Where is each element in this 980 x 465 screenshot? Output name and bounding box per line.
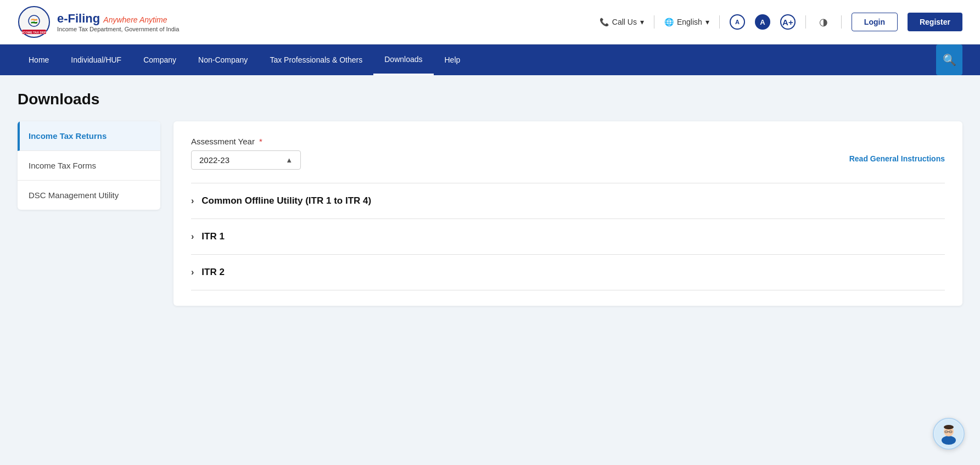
nav-item-downloads[interactable]: Downloads — [373, 45, 433, 75]
dropdown-arrow-icon: ▲ — [285, 156, 293, 164]
nav-items-container: Home Individual/HUF Company Non-Company … — [18, 45, 936, 75]
nav-item-help[interactable]: Help — [434, 46, 472, 74]
nav-search-button[interactable]: 🔍 — [936, 44, 962, 75]
assessment-year-block: Assessment Year * 2022-23 ▲ — [191, 137, 301, 170]
nav-item-non-company[interactable]: Non-Company — [187, 46, 259, 74]
accordion-label-0: Common Offline Utility (ITR 1 to ITR 4) — [201, 195, 371, 206]
phone-icon: 📞 — [600, 18, 609, 26]
font-large-button[interactable]: A+ — [780, 14, 796, 30]
chevron-icon-1: › — [191, 232, 194, 242]
sidebar: Income Tax Returns Income Tax Forms DSC … — [18, 121, 160, 210]
svg-text:INCOME TAX DEPT: INCOME TAX DEPT — [20, 31, 48, 34]
register-button[interactable]: Register — [908, 13, 962, 31]
nav-item-company[interactable]: Company — [132, 46, 187, 74]
site-header: 🇮🇳 INCOME TAX DEPT e-Filing Anywhere Any… — [0, 0, 980, 44]
assessment-year-row: Assessment Year * 2022-23 ▲ Read General… — [191, 137, 945, 170]
language-chevron: ▾ — [705, 18, 709, 26]
call-us-chevron: ▾ — [640, 18, 644, 26]
search-icon: 🔍 — [943, 53, 956, 66]
chevron-icon-2: › — [191, 267, 194, 277]
svg-text:🇮🇳: 🇮🇳 — [31, 18, 38, 25]
logo-text-block: e-Filing Anywhere Anytime Income Tax Dep… — [57, 12, 179, 32]
content-panel: Assessment Year * 2022-23 ▲ Read General… — [173, 121, 962, 306]
contrast-toggle-button[interactable]: ◑ — [816, 14, 831, 30]
sidebar-item-label: Income Tax Returns — [29, 131, 107, 141]
tagline: Anywhere Anytime — [103, 15, 167, 24]
assessment-year-label: Assessment Year * — [191, 137, 301, 146]
sidebar-item-dsc[interactable]: DSC Management Utility — [18, 181, 160, 210]
chevron-icon-0: › — [191, 196, 194, 206]
accordion-label-2: ITR 2 — [201, 267, 225, 278]
nav-item-home[interactable]: Home — [18, 46, 60, 74]
font-small-button[interactable]: A — [730, 14, 745, 30]
call-us-label: Call Us — [612, 18, 637, 26]
nav-item-individual[interactable]: Individual/HUF — [60, 46, 132, 74]
divider-3 — [805, 15, 806, 29]
divider-4 — [841, 15, 842, 29]
font-medium-button[interactable]: A — [755, 14, 770, 30]
read-instructions-link[interactable]: Read General Instructions — [849, 137, 945, 163]
language-label: English — [677, 18, 702, 26]
brand-name: e-Filing Anywhere Anytime — [57, 12, 179, 26]
page-content: Downloads Income Tax Returns Income Tax … — [0, 75, 980, 321]
accordion-header-2[interactable]: › ITR 2 — [191, 267, 945, 278]
sidebar-item-label: Income Tax Forms — [29, 161, 96, 170]
accordion-label-1: ITR 1 — [201, 231, 225, 242]
selected-year-value: 2022-23 — [199, 155, 229, 165]
year-select-dropdown[interactable]: 2022-23 ▲ — [191, 150, 301, 170]
login-button[interactable]: Login — [852, 13, 898, 31]
sidebar-item-label: DSC Management Utility — [29, 191, 119, 200]
required-indicator: * — [259, 137, 262, 146]
logo-subtext: Income Tax Department, Government of Ind… — [57, 26, 179, 32]
accordion-item-2: › ITR 2 — [191, 255, 945, 290]
sidebar-item-income-tax-forms[interactable]: Income Tax Forms — [18, 151, 160, 181]
section-divider-3 — [191, 290, 945, 290]
accordion-header-1[interactable]: › ITR 1 — [191, 231, 945, 242]
call-us-button[interactable]: 📞 Call Us ▾ — [600, 18, 644, 26]
accordion-item-1: › ITR 1 — [191, 219, 945, 254]
accordion-item-0: › Common Offline Utility (ITR 1 to ITR 4… — [191, 183, 945, 219]
header-utilities: 📞 Call Us ▾ 🌐 English ▾ A A A+ ◑ Login R… — [600, 13, 962, 31]
emblem-icon: 🇮🇳 INCOME TAX DEPT — [18, 5, 51, 38]
globe-icon: 🌐 — [664, 18, 674, 26]
logo-area: 🇮🇳 INCOME TAX DEPT e-Filing Anywhere Any… — [18, 5, 179, 38]
divider-2 — [719, 15, 720, 29]
accordion-header-0[interactable]: › Common Offline Utility (ITR 1 to ITR 4… — [191, 195, 945, 206]
main-navbar: Home Individual/HUF Company Non-Company … — [0, 44, 980, 75]
page-title: Downloads — [18, 91, 962, 108]
sidebar-item-income-tax-returns[interactable]: Income Tax Returns — [18, 121, 160, 151]
nav-item-tax-professionals[interactable]: Tax Professionals & Others — [259, 46, 373, 74]
language-selector[interactable]: 🌐 English ▾ — [664, 18, 709, 26]
divider-1 — [654, 15, 654, 29]
main-layout: Income Tax Returns Income Tax Forms DSC … — [18, 121, 962, 306]
